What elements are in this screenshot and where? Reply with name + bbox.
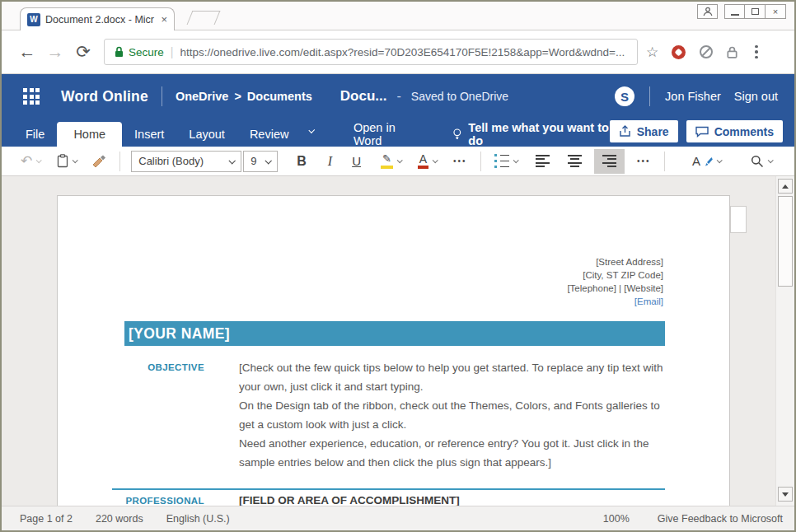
lightbulb-icon [452,128,462,142]
extension-red-icon[interactable] [672,45,686,59]
overflow-button-2[interactable]: ••• [631,149,657,174]
tab-review[interactable]: Review [237,122,302,147]
section-divider-line [112,488,665,490]
status-bar: Page 1 of 2 220 words English (U.S.) 100… [2,506,794,530]
align-center-button[interactable] [562,149,588,174]
highlight-button[interactable]: ✎ [375,149,407,174]
objective-paragraph[interactable]: [Check out the few quick tips below to h… [239,358,669,396]
document-title[interactable]: Docu... [340,88,387,105]
secure-badge[interactable]: Secure [115,46,164,58]
browser-menu-icon[interactable] [752,45,761,59]
user-name[interactable]: Jon Fisher [665,90,721,103]
extension-lock-icon[interactable] [727,46,737,58]
tab-home[interactable]: Home [57,122,122,147]
address-city[interactable]: [City, ST ZIP Code] [567,268,663,282]
ribbon-tab-strip: File Home Insert Layout Review Open in W… [2,119,794,147]
back-icon[interactable]: ← [13,42,41,62]
tell-me-box[interactable]: Tell me what you want to do [452,122,610,147]
document-canvas: [Street Address] [City, ST ZIP Code] [Te… [2,176,794,506]
align-left-button[interactable] [530,149,555,174]
page-count[interactable]: Page 1 of 2 [20,513,73,525]
breadcrumb: OneDrive > Documents [176,90,312,103]
address-block[interactable]: [Street Address] [City, ST ZIP Code] [Te… [567,255,663,308]
maximize-button[interactable] [745,4,766,19]
window-controls: × [697,2,794,30]
objective-paragraph[interactable]: Need another experience, education, or r… [239,434,669,472]
breadcrumb-documents[interactable]: Documents [247,90,312,103]
highlight-color-bar [381,166,393,169]
tab-file[interactable]: File [13,122,57,147]
header-divider [162,86,162,106]
align-right-button[interactable] [594,149,625,174]
address-phone-website[interactable]: [Telephone] | [Website] [567,282,663,295]
objective-label[interactable]: OBJECTIVE [147,362,204,372]
sign-out-link[interactable]: Sign out [734,90,778,103]
address-street[interactable]: [Street Address] [567,255,663,268]
font-select[interactable]: Calibri (Body) [131,151,241,172]
scroll-up-icon[interactable] [778,179,793,194]
omnibox-divider: | [171,45,174,58]
forward-icon[interactable]: → [41,42,69,62]
minimize-button[interactable] [724,4,745,19]
objective-text[interactable]: [Check out the few quick tips below to h… [239,358,669,472]
language-selector[interactable]: English (U.S.) [166,513,230,525]
overflow-button-1[interactable]: ••• [447,149,473,174]
extension-blocker-icon[interactable] [700,45,713,58]
italic-button[interactable]: I [322,149,338,174]
professional-field-heading[interactable]: [FIELD OR AREA OF ACCOMPLISHMENT] [239,494,460,506]
lock-icon [115,46,124,58]
vertical-scrollbar[interactable] [775,176,794,506]
feedback-link[interactable]: Give Feedback to Microsoft [658,513,783,525]
styles-button[interactable]: A [686,149,727,174]
comments-button[interactable]: Comments [686,120,783,142]
app-launcher-icon[interactable] [23,88,40,105]
font-size-select[interactable]: 9 [243,151,278,172]
header-divider-2 [649,86,650,106]
font-color-bar [418,166,428,169]
more-tabs-chevron-icon[interactable] [309,127,316,133]
font-color-button[interactable]: A [412,149,442,174]
bookmark-star-icon[interactable]: ☆ [646,44,658,61]
address-bar[interactable]: Secure | https://onedrive.live.com/edit.… [104,39,638,65]
profile-icon[interactable] [697,4,718,19]
tab-layout[interactable]: Layout [176,122,237,147]
tab-insert[interactable]: Insert [122,122,176,147]
find-button[interactable] [745,149,778,174]
skype-icon[interactable]: S [615,86,634,106]
word-online-header: Word Online OneDrive > Documents Docu...… [2,74,794,147]
underline-button[interactable]: U [346,149,367,174]
objective-paragraph[interactable]: On the Design tab of the ribbon, check o… [239,396,669,434]
name-banner[interactable]: [YOUR NAME] [124,321,665,346]
toolbar-divider [119,152,120,171]
browser-navbar: ← → ⟳ Secure | https://onedrive.live.com… [2,30,794,74]
share-button[interactable]: Share [610,120,678,142]
zoom-level[interactable]: 100% [603,513,630,525]
word-file-icon: W [27,13,40,26]
bold-button[interactable]: B [291,149,312,174]
reload-icon[interactable]: ⟳ [69,42,97,62]
address-email-link[interactable]: [Email] [567,295,663,308]
toolbar-divider-2 [480,152,481,171]
format-painter-icon[interactable] [86,149,112,174]
browser-tab[interactable]: W Document 2.docx - Micr × [20,7,175,30]
open-in-word-button[interactable]: Open in Word [354,122,419,147]
breadcrumb-onedrive[interactable]: OneDrive [176,90,228,103]
title-dash: - [397,89,401,104]
scroll-down-icon[interactable] [778,487,793,502]
tab-close-icon[interactable]: × [161,13,167,26]
paste-button[interactable] [51,149,82,174]
scrollbar-thumb[interactable] [778,196,793,287]
new-tab-button[interactable] [187,11,221,25]
browser-titlebar: W Document 2.docx - Micr × × [2,2,794,30]
app-name[interactable]: Word Online [61,88,148,105]
document-page[interactable]: [Street Address] [City, ST ZIP Code] [Te… [57,195,730,506]
professional-label[interactable]: PROFESSIONAL [125,496,204,506]
breadcrumb-separator: > [234,90,241,103]
bullets-button[interactable] [489,149,524,174]
bullet-list-icon [494,154,510,169]
comment-stub[interactable] [730,206,747,233]
word-count[interactable]: 220 words [96,513,143,525]
undo-button[interactable]: ↶ [15,149,46,174]
url-text: https://onedrive.live.com/edit.aspx?resi… [180,46,625,58]
close-button[interactable]: × [766,4,786,19]
